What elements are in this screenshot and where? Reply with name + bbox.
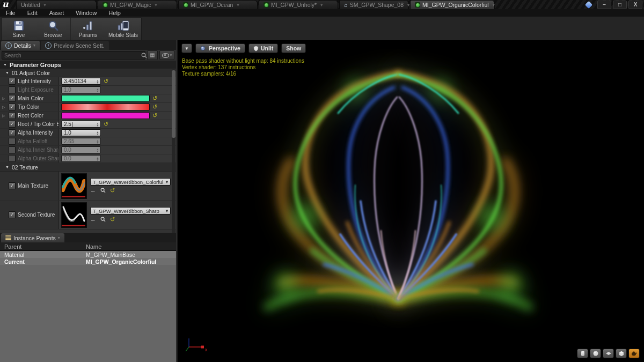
minimize-button[interactable]: –: [597, 1, 611, 9]
params-button[interactable]: Params: [70, 18, 105, 40]
mobile-stats-button[interactable]: Mobile Stats: [105, 18, 141, 40]
menu-help[interactable]: Help: [103, 10, 127, 16]
search-icon: [141, 53, 147, 58]
tab-mi-gpw-magic[interactable]: MI_GPW_Magic ▾: [98, 0, 177, 9]
param-row-light-intensity: ✓ Light Intensity 3.450134 ▲▼ ↺: [0, 77, 176, 86]
table-row-current[interactable]: Current MI_GPW_OrganicColorfiul: [0, 258, 176, 265]
show-button[interactable]: Show: [281, 43, 306, 53]
main-texture-asset-dropdown[interactable]: T_GPW_WaveRibbon_Colorful ▼: [90, 178, 171, 186]
light-intensity-input[interactable]: 3.450134 ▲▼: [61, 78, 101, 85]
column-header-name[interactable]: Name: [86, 243, 101, 250]
tip-color-swatch[interactable]: [61, 104, 150, 110]
alpha-falloff-input: 2.65 ▲▼: [61, 138, 101, 145]
root-color-swatch[interactable]: [61, 112, 150, 119]
param-checkbox[interactable]: ✓: [9, 129, 16, 136]
param-row-tip-color: ▷ ✓ Tip Color ↺: [0, 103, 176, 112]
param-checkbox[interactable]: ✓: [9, 104, 16, 110]
param-checkbox[interactable]: [9, 155, 16, 162]
group-02-texture[interactable]: ▼ 02 Texture: [0, 163, 176, 172]
search-input[interactable]: [2, 51, 145, 60]
perspective-button[interactable]: Perspective: [195, 43, 245, 53]
param-row-root-color: ▷ ✓ Root Color ↺: [0, 112, 176, 120]
tab-dropdown-icon[interactable]: ▾: [493, 3, 495, 8]
main-texture-thumbnail[interactable]: [61, 173, 87, 199]
menu-window[interactable]: Window: [70, 10, 103, 16]
group-01-adjust-color[interactable]: ▼ 01 Adjust Color: [0, 69, 176, 77]
tab-dropdown-icon[interactable]: ▾: [407, 3, 409, 8]
cylinder-mesh-button[interactable]: [577, 349, 588, 358]
browse-to-asset-icon[interactable]: [100, 217, 106, 222]
plane-mesh-button[interactable]: [603, 349, 614, 358]
param-checkbox[interactable]: [9, 138, 16, 145]
teapot-mesh-button[interactable]: [628, 349, 640, 358]
reset-to-default-icon[interactable]: ↺: [110, 188, 115, 194]
use-selected-asset-icon[interactable]: ←: [90, 216, 96, 223]
view-options-button[interactable]: ▾: [159, 50, 174, 60]
tab-dropdown-icon[interactable]: ▾: [320, 3, 323, 8]
second-texture-asset-dropdown[interactable]: T_GPW_WaveRibbon_Sharp ▼: [90, 207, 171, 215]
sphere-mesh-button[interactable]: [590, 349, 601, 358]
reset-to-default-icon[interactable]: ↺: [152, 113, 157, 119]
column-header-parent[interactable]: Parent: [0, 243, 86, 250]
use-selected-asset-icon[interactable]: ←: [90, 187, 96, 194]
menu-file[interactable]: File: [0, 10, 21, 16]
browse-to-asset-icon[interactable]: [100, 188, 106, 193]
param-checkbox[interactable]: [9, 86, 16, 93]
menu-asset[interactable]: Asset: [43, 10, 70, 16]
reset-to-default-icon[interactable]: ↺: [110, 217, 115, 223]
second-texture-thumbnail[interactable]: [61, 202, 87, 228]
material-preview-render[interactable]: [178, 40, 644, 361]
param-checkbox[interactable]: ✓: [9, 121, 16, 128]
main-color-swatch[interactable]: [61, 95, 150, 102]
root-tip-blend-input[interactable]: 2.5 ▲▼: [61, 121, 101, 128]
viewport-options-button[interactable]: ▼: [181, 43, 192, 53]
maximize-button[interactable]: □: [613, 1, 627, 9]
spinner-icon[interactable]: ▲▼: [96, 122, 100, 127]
tab-mi-gpw-ocean[interactable]: MI_GPW_Ocean ▾: [178, 0, 258, 9]
param-checkbox[interactable]: ✓: [9, 95, 16, 102]
tab-instance-parents[interactable]: Instance Parents ▾: [1, 233, 64, 242]
scrollbar-thumb[interactable]: [172, 70, 175, 138]
tab-dropdown-icon[interactable]: ▾: [237, 3, 239, 8]
reset-to-default-icon[interactable]: ↺: [152, 104, 157, 110]
reset-to-default-icon[interactable]: ↺: [152, 95, 157, 101]
unlit-button[interactable]: Unlit: [248, 43, 278, 53]
info-icon: i: [5, 42, 12, 49]
param-checkbox[interactable]: ✓: [9, 78, 16, 85]
reset-to-default-icon[interactable]: ↺: [104, 78, 108, 84]
table-row-material[interactable]: Material M_GPW_MainBase: [0, 251, 176, 258]
save-button[interactable]: Save: [2, 18, 36, 40]
alpha-intensity-input[interactable]: 1.0 ▲▼: [61, 129, 101, 136]
tab-sm-gpw-shape-08[interactable]: ⌂ SM_GPW_Shape_08 ▾: [339, 0, 409, 9]
param-checkbox[interactable]: ✓: [9, 211, 16, 218]
tab-details[interactable]: i Details ▾: [1, 41, 40, 50]
spinner-icon[interactable]: ▲▼: [96, 130, 100, 136]
reset-to-default-icon[interactable]: ↺: [104, 121, 108, 127]
display-filter-button[interactable]: ▦: [147, 50, 158, 60]
tab-dropdown-icon[interactable]: ▾: [155, 3, 157, 8]
param-checkbox[interactable]: [9, 146, 16, 153]
param-checkbox[interactable]: ✓: [9, 182, 16, 189]
tab-dropdown-icon[interactable]: ▾: [44, 3, 46, 8]
chevron-down-icon: ▾: [170, 53, 172, 57]
parameter-groups-header[interactable]: ▼ Parameter Groups: [0, 61, 176, 69]
tab-untitled[interactable]: Untitled ▾: [16, 0, 97, 9]
tab-preview-scene-settings[interactable]: i Preview Scene Sett.: [41, 41, 109, 50]
browse-button[interactable]: Browse: [36, 18, 70, 40]
param-row-root-tip-color-blend: ✓ Root / Tip Color Blend 2.5 ▲▼ ↺: [0, 120, 176, 129]
floppy-disk-icon: [13, 20, 25, 32]
expander-icon[interactable]: ▷: [2, 114, 6, 118]
marketplace-icon[interactable]: [585, 1, 592, 9]
tab-dropdown-icon[interactable]: ▾: [58, 235, 60, 240]
tab-dropdown-icon[interactable]: ▾: [33, 43, 35, 48]
menu-edit[interactable]: Edit: [21, 10, 43, 16]
spinner-icon[interactable]: ▲▼: [96, 79, 100, 84]
tab-mi-gpw-unholy[interactable]: MI_GPW_Unholy* ▾: [259, 0, 338, 9]
expander-icon[interactable]: ▷: [2, 105, 6, 109]
param-checkbox[interactable]: ✓: [9, 112, 16, 119]
material-preview-viewport[interactable]: ▼ Perspective Unlit Show Base pass s: [177, 40, 644, 362]
tab-mi-gpw-organiccolorful[interactable]: MI_GPW_OrganicColorfiul ▾: [410, 0, 495, 9]
cube-mesh-button[interactable]: [616, 349, 627, 358]
close-button[interactable]: X: [628, 1, 642, 9]
expander-icon[interactable]: ▷: [2, 97, 6, 101]
